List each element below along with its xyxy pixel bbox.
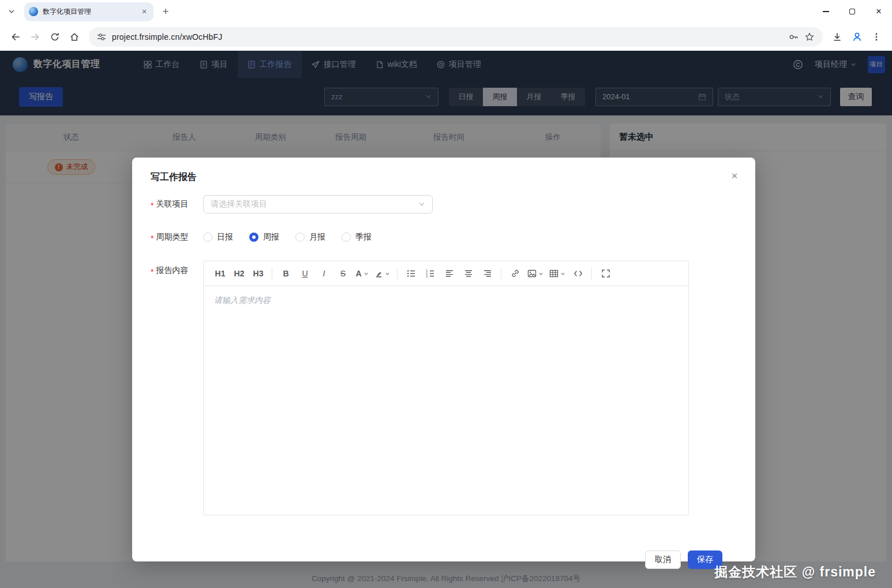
browser-menu-kebab-icon[interactable] [867, 27, 886, 47]
modal-body: * 关联项目 请选择关联项目 * 周期类型 [132, 183, 755, 569]
screen: 数字化项目管理 × + × project.frsimple.cn/xwOcHb… [0, 0, 892, 588]
field-label-content: * 报告内容 [151, 261, 203, 515]
required-asterisk: * [151, 201, 153, 210]
field-label-project: * 关联项目 [151, 195, 203, 214]
toolbar-divider [272, 268, 272, 279]
align-left-button[interactable] [440, 264, 459, 283]
heading-2-button[interactable]: H2 [230, 264, 249, 283]
field-label-text: 周期类型 [156, 232, 188, 242]
chevron-down-icon [385, 271, 390, 276]
password-key-icon[interactable] [788, 32, 799, 42]
radio-daily[interactable]: 日报 [203, 232, 233, 242]
bold-button[interactable]: B [276, 264, 295, 283]
write-report-modal: 写工作报告 × * 关联项目 请选择关联项目 [132, 158, 755, 561]
bookmark-star-icon[interactable] [804, 32, 815, 42]
toolbar-divider [501, 268, 501, 279]
toolbar-divider [591, 268, 592, 279]
radio-quarterly[interactable]: 季报 [342, 232, 372, 242]
site-settings-icon[interactable] [97, 32, 106, 42]
browser-tab-strip: 数字化项目管理 × + × [0, 0, 892, 23]
ordered-list-button[interactable]: 1.2.3. [421, 264, 440, 283]
browser-address-bar: project.frsimple.cn/xwOcHbFJ [0, 23, 892, 51]
required-asterisk: * [151, 267, 153, 276]
font-color-button[interactable]: A [353, 264, 372, 283]
chevron-down-icon [418, 201, 425, 208]
align-center-button[interactable] [459, 264, 478, 283]
rich-text-editor: H1 H2 H3 B U I S A [203, 261, 689, 515]
align-right-button[interactable] [478, 264, 497, 283]
bullet-list-button[interactable] [402, 264, 421, 283]
new-tab-button[interactable]: + [157, 3, 174, 20]
download-icon[interactable] [827, 27, 847, 47]
modal-close-icon[interactable]: × [728, 169, 741, 183]
chevron-down-icon [538, 271, 544, 276]
chevron-down-icon [560, 271, 565, 276]
tab-title: 数字化项目管理 [43, 7, 135, 17]
radio-label: 月报 [309, 232, 325, 242]
browser-tab[interactable]: 数字化项目管理 × [24, 2, 153, 21]
field-label-text: 关联项目 [156, 199, 188, 209]
required-asterisk: * [151, 234, 153, 243]
code-button[interactable] [568, 264, 587, 283]
site-watermark: 掘金技术社区 @ frsimple [714, 563, 876, 581]
table-button[interactable] [546, 264, 568, 283]
modal-title: 写工作报告 [132, 171, 755, 183]
field-label-text: 报告内容 [156, 265, 188, 276]
back-icon[interactable] [6, 27, 25, 47]
radio-label: 日报 [217, 232, 233, 242]
related-project-placeholder: 请选择关联项目 [211, 199, 414, 209]
heading-1-button[interactable]: H1 [211, 264, 230, 283]
image-button[interactable] [524, 264, 546, 283]
chevron-down-icon [363, 271, 369, 276]
related-project-select[interactable]: 请选择关联项目 [203, 195, 433, 214]
fullscreen-button[interactable] [596, 264, 615, 283]
window-controls: × [812, 0, 892, 23]
strikethrough-button[interactable]: S [333, 264, 353, 283]
cancel-button[interactable]: 取消 [645, 550, 681, 569]
editor-toolbar: H1 H2 H3 B U I S A [204, 261, 688, 286]
window-maximize-button[interactable] [839, 0, 865, 23]
tab-favicon [29, 7, 38, 16]
editor-placeholder: 请输入需求内容 [214, 295, 271, 305]
radio-circle [295, 233, 305, 242]
heading-3-button[interactable]: H3 [249, 264, 268, 283]
radio-weekly[interactable]: 周报 [249, 232, 279, 242]
radio-circle [203, 233, 212, 242]
editor-content-area[interactable]: 请输入需求内容 [204, 286, 688, 515]
radio-label: 季报 [355, 232, 372, 242]
tab-close-icon[interactable]: × [140, 7, 149, 16]
browser-profile-icon[interactable] [847, 27, 867, 47]
period-radio-group: 日报 周报 月报 季报 [203, 228, 372, 246]
underline-button[interactable]: U [295, 264, 314, 283]
modal-footer: 取消 保存 [151, 530, 737, 569]
radio-circle [342, 233, 351, 242]
italic-button[interactable]: I [314, 264, 333, 283]
app-page: 数字化项目管理 工作台 项目 [0, 51, 892, 588]
link-button[interactable] [505, 264, 524, 283]
tab-search-chevron-icon[interactable] [3, 3, 20, 20]
radio-circle-checked [249, 233, 258, 242]
form-row-project: * 关联项目 请选择关联项目 [151, 195, 737, 214]
refresh-icon[interactable] [45, 27, 65, 47]
window-close-button[interactable]: × [865, 0, 892, 23]
window-minimize-button[interactable] [812, 0, 839, 23]
field-label-period: * 周期类型 [151, 228, 203, 246]
toolbar-divider [397, 268, 398, 279]
address-bar-input[interactable]: project.frsimple.cn/xwOcHbFJ [89, 27, 823, 47]
form-row-content: * 报告内容 H1 H2 H3 B U I S [151, 261, 737, 515]
radio-label: 周报 [263, 232, 279, 242]
url-text: project.frsimple.cn/xwOcHbFJ [112, 32, 782, 42]
svg-text:3.: 3. [426, 275, 429, 278]
home-icon[interactable] [65, 27, 84, 47]
forward-icon[interactable] [25, 27, 45, 47]
radio-monthly[interactable]: 月报 [295, 232, 325, 242]
form-row-period: * 周期类型 日报 周报 月 [151, 228, 737, 246]
highlight-color-button[interactable] [372, 264, 393, 283]
